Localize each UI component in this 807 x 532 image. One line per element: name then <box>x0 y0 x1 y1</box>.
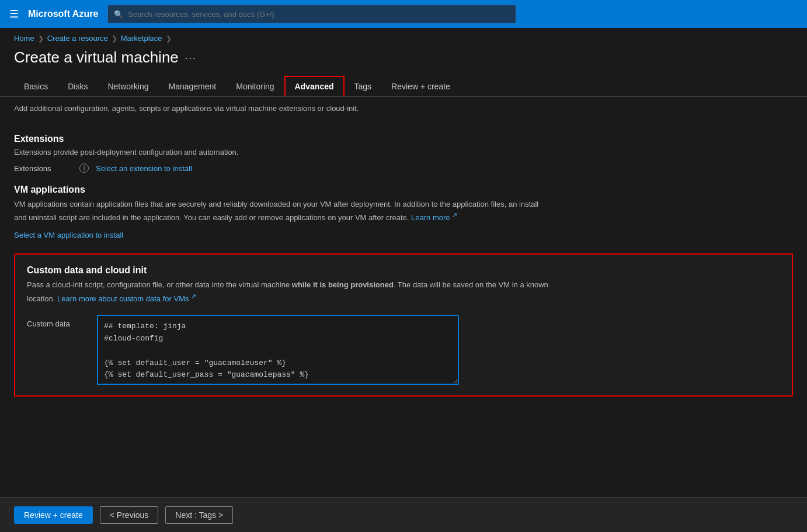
custom-data-field-label: Custom data <box>27 315 85 328</box>
tab-disks[interactable]: Disks <box>58 77 98 96</box>
custom-data-section-title: Custom data and cloud init <box>27 265 780 276</box>
extensions-section-title: Extensions <box>14 134 793 144</box>
tab-monitoring[interactable]: Monitoring <box>226 77 284 96</box>
breadcrumb-sep-3: ❯ <box>166 34 172 43</box>
next-button[interactable]: Next : Tags > <box>165 506 233 524</box>
breadcrumb-sep-1: ❯ <box>38 34 44 43</box>
vm-apps-desc: VM applications contain application file… <box>14 199 540 223</box>
tab-basics[interactable]: Basics <box>14 77 58 96</box>
brand-name: Microsoft Azure <box>28 9 98 19</box>
extensions-info-icon: i <box>79 164 89 173</box>
review-create-button[interactable]: Review + create <box>14 506 93 524</box>
tab-advanced[interactable]: Advanced <box>284 76 345 96</box>
custom-data-desc: Pass a cloud-init script, configuration … <box>27 279 552 305</box>
extensions-field-row: Extensions i Select an extension to inst… <box>14 164 793 173</box>
tab-networking[interactable]: Networking <box>98 77 158 96</box>
breadcrumb-marketplace[interactable]: Marketplace <box>121 34 162 43</box>
tab-tags[interactable]: Tags <box>345 77 382 96</box>
page-title: Create a virtual machine <box>14 48 179 67</box>
more-options-icon[interactable]: ⋯ <box>185 51 196 65</box>
custom-data-field-row: Custom data ## template: jinja #cloud-co… <box>27 315 780 385</box>
topbar: ☰ Microsoft Azure 🔍 <box>0 0 807 28</box>
breadcrumb-home[interactable]: Home <box>14 34 34 43</box>
search-icon: 🔍 <box>114 10 123 19</box>
vm-apps-learn-more-link[interactable]: Learn more ↗ <box>411 213 457 222</box>
vm-applications-section: VM applications VM applications contain … <box>14 185 793 239</box>
tab-bar: Basics Disks Networking Management Monit… <box>0 67 807 97</box>
breadcrumb-create-resource[interactable]: Create a resource <box>47 34 108 43</box>
select-vm-application-link[interactable]: Select a VM application to install <box>14 231 123 239</box>
custom-data-learn-more-link[interactable]: Learn more about custom data for VMs ↗ <box>57 294 196 303</box>
footer: Review + create < Previous Next : Tags > <box>0 497 807 532</box>
extensions-section-desc: Extensions provide post-deployment confi… <box>14 148 793 157</box>
previous-button[interactable]: < Previous <box>100 506 159 524</box>
hamburger-menu[interactable]: ☰ <box>9 8 19 20</box>
extensions-section: Extensions Extensions provide post-deplo… <box>14 134 793 173</box>
breadcrumb-sep-2: ❯ <box>112 34 117 43</box>
main-content: Extensions Extensions provide post-deplo… <box>0 113 807 532</box>
page-subtitle: Add additional configuration, agents, sc… <box>0 97 807 113</box>
breadcrumb: Home ❯ Create a resource ❯ Marketplace ❯ <box>0 28 807 45</box>
vm-apps-section-title: VM applications <box>14 185 793 195</box>
external-link-icon: ↗ <box>452 211 457 218</box>
custom-data-bold-text: while it is being provisioned <box>292 280 394 289</box>
custom-data-section: Custom data and cloud init Pass a cloud-… <box>14 253 793 397</box>
extensions-field-label: Extensions <box>14 164 72 173</box>
custom-data-external-icon: ↗ <box>191 293 196 300</box>
search-box[interactable]: 🔍 <box>107 5 516 23</box>
custom-data-textarea[interactable]: ## template: jinja #cloud-config {% set … <box>97 315 459 385</box>
search-input[interactable] <box>128 10 510 19</box>
select-extension-link[interactable]: Select an extension to install <box>96 164 192 173</box>
tab-management[interactable]: Management <box>159 77 227 96</box>
tab-review-create[interactable]: Review + create <box>381 77 460 96</box>
page-header: Create a virtual machine ⋯ <box>0 45 807 67</box>
